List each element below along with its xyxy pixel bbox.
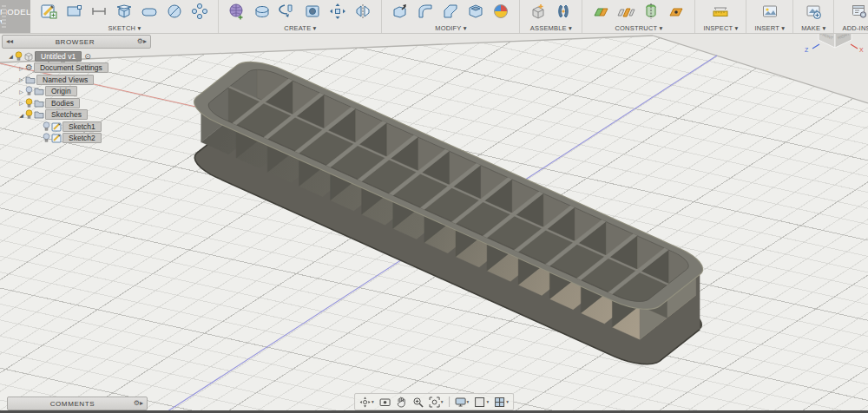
browser-row-sketch1[interactable]: Sketch1: [2, 121, 151, 133]
expand-node-icon[interactable]: ▷: [17, 88, 25, 95]
sketch-pattern-button[interactable]: [189, 3, 210, 23]
make-print-button[interactable]: [803, 3, 824, 23]
create-sketch-button[interactable]: [38, 3, 59, 23]
fillet-button[interactable]: [415, 3, 436, 23]
mirror-button[interactable]: [352, 3, 373, 23]
toolbar-group-label[interactable]: SKETCH ▾: [108, 24, 141, 32]
browser-item-label[interactable]: Bodies: [45, 98, 80, 108]
revolve-button[interactable]: [277, 3, 298, 23]
toolbar-group-label[interactable]: MODIFY ▾: [435, 24, 466, 32]
comments-gear-icon[interactable]: ⚙: [134, 400, 140, 407]
visibility-bulb-icon[interactable]: [25, 98, 33, 108]
activate-component-icon[interactable]: ⊙: [84, 52, 91, 61]
browser-row-sketches[interactable]: ◢Sketches: [2, 109, 151, 121]
pattern-button[interactable]: [327, 3, 348, 23]
sketch-circle-button[interactable]: [164, 3, 185, 23]
browser-row-document-settings[interactable]: ▷⚙Document Settings: [2, 62, 151, 75]
new-component-button[interactable]: [528, 3, 549, 23]
toolbar-groups: SKETCH ▾CREATE ▾MODIFY ▾ASSEMBLE ▾CONSTR…: [30, 0, 868, 33]
toolbar-group-icons: [590, 2, 687, 24]
collapse-node-icon[interactable]: ◢: [17, 112, 25, 118]
dropdown-caret-icon[interactable]: ▾: [467, 399, 470, 404]
orbit-button[interactable]: ▾: [358, 396, 376, 408]
browser-item-label[interactable]: Named Views: [36, 75, 94, 85]
sketch-icon: [51, 133, 62, 143]
comments-chevron-icon[interactable]: ▸: [140, 400, 143, 407]
toolbar-group-label[interactable]: ADD-INS ▾: [842, 24, 868, 32]
visibility-bulb-icon[interactable]: [25, 109, 33, 120]
orbit-icon: [359, 397, 371, 408]
appearance-button[interactable]: [490, 3, 511, 23]
dropdown-caret-icon[interactable]: ▾: [441, 399, 444, 404]
dropdown-caret-icon[interactable]: ▾: [506, 399, 509, 404]
zoom-button[interactable]: [411, 396, 425, 408]
look-at-button[interactable]: [378, 396, 392, 408]
toolbar-group-label[interactable]: INSPECT ▾: [703, 24, 738, 32]
visibility-bulb-icon[interactable]: [43, 121, 50, 132]
visibility-bulb-icon[interactable]: [25, 86, 33, 96]
construct-axis-button[interactable]: [641, 3, 661, 23]
sketch-rectangle-button[interactable]: [63, 3, 84, 23]
sketch-slot-button[interactable]: [139, 3, 160, 23]
dropdown-caret-icon[interactable]: ▾: [372, 399, 374, 404]
insert-canvas-button[interactable]: [760, 3, 780, 23]
expand-node-icon[interactable]: ▷: [17, 76, 25, 82]
browser-row-untitled-v1[interactable]: ◢Untitled v1⊙: [2, 50, 151, 62]
toolbar-grip[interactable]: [2, 5, 6, 28]
browser-row-bodies[interactable]: ▷Bodies: [2, 97, 151, 109]
joint-icon: [554, 2, 573, 24]
create-form-button[interactable]: [227, 3, 247, 23]
folder-icon: [34, 110, 44, 119]
visibility-bulb-icon[interactable]: [43, 133, 50, 143]
expand-node-icon[interactable]: ▷: [17, 65, 25, 71]
viewports-button[interactable]: ▾: [492, 396, 510, 408]
expand-node-icon[interactable]: ▷: [17, 100, 25, 106]
browser-row-sketch2[interactable]: Sketch2: [2, 133, 151, 145]
browser-item-label[interactable]: Sketches: [45, 109, 88, 120]
joint-button[interactable]: [553, 3, 574, 23]
browser-row-origin[interactable]: ▷Origin: [2, 86, 151, 98]
collapse-panel-icon[interactable]: ◂◂: [6, 38, 13, 45]
browser-item-label[interactable]: Sketch2: [62, 133, 102, 143]
browser-chevron-icon[interactable]: ▸: [143, 38, 147, 45]
browser-row-named-views[interactable]: ▷Named Views: [2, 74, 151, 86]
toolbar-group-label[interactable]: MAKE ▾: [801, 24, 825, 32]
toolbar-group-label[interactable]: INSERT ▾: [754, 24, 785, 32]
press-pull-button[interactable]: [390, 3, 411, 23]
folder-icon: [34, 87, 44, 95]
offset-plane-button[interactable]: [590, 3, 611, 23]
fit-button[interactable]: ▾: [427, 396, 445, 408]
comments-header[interactable]: COMMENTS ⚙ ▸: [7, 397, 148, 410]
make-print-icon: [804, 2, 823, 24]
dropdown-caret-icon[interactable]: ▾: [486, 399, 489, 404]
browser-item-label[interactable]: Origin: [45, 86, 77, 96]
toolbar-group-icons: [528, 2, 574, 24]
grid-settings-button[interactable]: ▾: [472, 396, 490, 408]
collapse-node-icon[interactable]: ◢: [7, 53, 15, 59]
browser-item-label[interactable]: Document Settings: [34, 62, 108, 73]
toolbar-group-label[interactable]: CREATE ▾: [284, 24, 316, 32]
fit-icon: [429, 397, 440, 408]
browser-gear-icon[interactable]: ⚙: [137, 38, 143, 45]
sketch-line-button[interactable]: [89, 3, 109, 23]
toolbar-group-label[interactable]: ASSEMBLE ▾: [530, 24, 572, 32]
toolbar-group-label[interactable]: CONSTRUCT ▾: [615, 24, 662, 32]
pan-button[interactable]: [394, 396, 409, 408]
scripts-addins-button[interactable]: [849, 3, 868, 23]
chamfer-button[interactable]: [440, 3, 461, 23]
shell-button[interactable]: [465, 3, 486, 23]
construct-point-icon: [667, 2, 686, 24]
create-box-button[interactable]: [252, 3, 273, 23]
display-settings-button[interactable]: ▾: [453, 396, 471, 408]
measure-button[interactable]: [710, 3, 731, 23]
browser-item-label[interactable]: Untitled v1: [35, 51, 82, 62]
construct-point-button[interactable]: [666, 3, 687, 23]
midplane-button[interactable]: [615, 3, 636, 23]
browser-header[interactable]: ◂◂ BROWSER ⚙ ▸: [2, 35, 151, 49]
visibility-bulb-icon[interactable]: [15, 51, 23, 62]
browser-item-label[interactable]: Sketch1: [62, 121, 102, 132]
sketch-box-button[interactable]: [114, 3, 135, 23]
hole-button[interactable]: [302, 3, 323, 23]
pan-icon: [396, 397, 407, 408]
workspace-menu[interactable]: MODEL ▾: [0, 0, 30, 33]
